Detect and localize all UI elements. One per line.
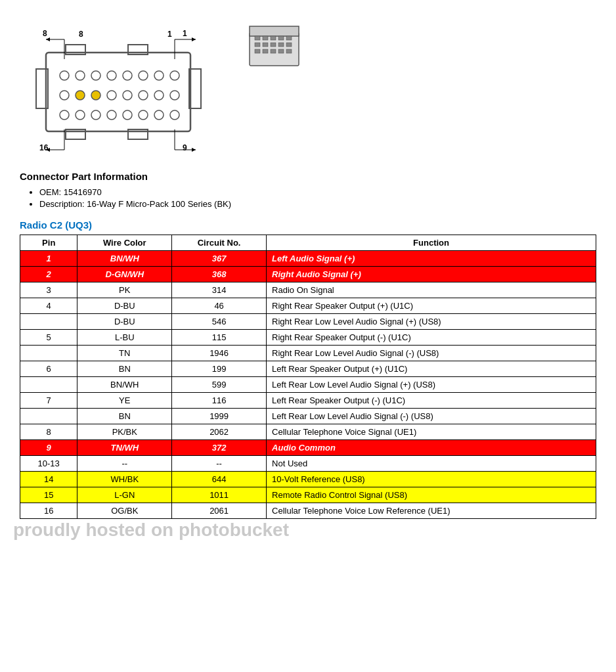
cell-circuit-no: 46	[172, 298, 267, 314]
svg-rect-55	[255, 49, 260, 53]
cell-circuit-no: 644	[172, 472, 267, 487]
cell-function: Cellular Telephone Voice Low Reference (…	[267, 503, 596, 519]
svg-rect-52	[271, 43, 276, 47]
cell-function: Right Rear Speaker Output (-) (U1C)	[267, 330, 596, 346]
cell-wire-color: --	[77, 456, 172, 472]
cell-function: Left Audio Signal (+)	[267, 251, 596, 267]
cell-wire-color: BN/WH	[77, 377, 172, 393]
cell-wire-color: D-GN/WH	[77, 267, 172, 282]
cell-wire-color: TN	[77, 346, 172, 361]
svg-marker-42	[192, 148, 196, 152]
svg-point-24	[76, 110, 85, 120]
svg-rect-54	[286, 43, 292, 47]
cell-wire-color: YE	[77, 393, 172, 409]
cell-pin: 15	[20, 487, 77, 503]
cell-pin: 8	[20, 424, 77, 440]
table-row: 14WH/BK64410-Volt Reference (US8)	[20, 472, 596, 487]
table-row: 10-13----Not Used	[20, 456, 596, 472]
table-row: 9TN/WH372Audio Common	[20, 440, 596, 456]
cell-pin	[20, 377, 77, 393]
cell-pin: 4	[20, 298, 77, 314]
cell-function: Left Rear Speaker Output (+) (U1C)	[267, 361, 596, 377]
cell-circuit-no: 199	[172, 361, 267, 377]
connector-info-title: Connector Part Information	[20, 171, 596, 182]
cell-circuit-no: 116	[172, 393, 267, 409]
cell-function: Right Audio Signal (+)	[267, 267, 596, 282]
table-row: BN1999Left Rear Low Level Audio Signal (…	[20, 409, 596, 424]
cell-pin: 2	[20, 267, 77, 282]
cell-function: 10-Volt Reference (US8)	[267, 472, 596, 487]
wiring-table: Pin Wire Color Circuit No. Function 1BN/…	[20, 235, 596, 519]
cell-function: Audio Common	[267, 440, 596, 456]
cell-wire-color: BN	[77, 409, 172, 424]
cell-wire-color: BN	[77, 361, 172, 377]
svg-point-19	[123, 91, 132, 100]
svg-point-23	[60, 110, 69, 120]
cell-circuit-no: 1999	[172, 409, 267, 424]
table-row: BN/WH599Left Rear Low Level Audio Signal…	[20, 377, 596, 393]
cell-wire-color: PK/BK	[77, 424, 172, 440]
connector-diagram: 8 1	[20, 26, 223, 158]
table-row: 5L-BU115Right Rear Speaker Output (-) (U…	[20, 330, 596, 346]
header-function: Function	[267, 235, 596, 251]
svg-point-16	[76, 91, 85, 100]
svg-marker-36	[192, 37, 196, 41]
svg-point-9	[91, 71, 100, 80]
table-row: TN1946Right Rear Low Level Audio Signal …	[20, 346, 596, 361]
watermark: proudly hosted on photobucket	[13, 520, 289, 541]
cell-pin: 3	[20, 282, 77, 298]
cell-circuit-no: 1946	[172, 346, 267, 361]
header-circuit-no: Circuit No.	[172, 235, 267, 251]
cell-function: Right Rear Low Level Audio Signal (+) (U…	[267, 314, 596, 330]
table-row: 3PK314Radio On Signal	[20, 282, 596, 298]
table-row: 15L-GN1011Remote Radio Control Signal (U…	[20, 487, 596, 503]
cell-wire-color: OG/BK	[77, 503, 172, 519]
cell-pin	[20, 346, 77, 361]
svg-point-26	[107, 110, 116, 120]
cell-function: Left Rear Low Level Audio Signal (-) (US…	[267, 409, 596, 424]
cell-wire-color: BN/WH	[77, 251, 172, 267]
cell-wire-color: WH/BK	[77, 472, 172, 487]
svg-rect-47	[271, 36, 276, 40]
cell-pin	[20, 409, 77, 424]
svg-point-14	[170, 71, 179, 80]
cell-pin: 16	[20, 503, 77, 519]
cell-pin	[20, 314, 77, 330]
cell-pin: 10-13	[20, 456, 77, 472]
svg-point-17	[91, 91, 100, 100]
diagram-label-1: 1	[183, 29, 187, 38]
description-item: Description: 16-Way F Micro-Pack 100 Ser…	[39, 199, 596, 209]
connector-info: Connector Part Information OEM: 15416970…	[20, 171, 596, 209]
cell-function: Left Rear Low Level Audio Signal (+) (US…	[267, 377, 596, 393]
cell-circuit-no: --	[172, 456, 267, 472]
svg-rect-48	[278, 36, 284, 40]
cell-wire-color: D-BU	[77, 298, 172, 314]
svg-point-21	[154, 91, 164, 100]
cell-circuit-no: 367	[172, 251, 267, 267]
cell-function: Right Rear Low Level Audio Signal (-) (U…	[267, 346, 596, 361]
svg-rect-53	[278, 43, 284, 47]
connector-info-list: OEM: 15416970 Description: 16-Way F Micr…	[39, 187, 596, 209]
svg-point-10	[107, 71, 116, 80]
cell-pin: 7	[20, 393, 77, 409]
table-title: Radio C2 (UQ3)	[20, 219, 596, 231]
svg-point-22	[170, 91, 179, 100]
svg-point-8	[76, 71, 85, 80]
cell-circuit-no: 2062	[172, 424, 267, 440]
svg-rect-44	[250, 26, 299, 36]
cell-circuit-no: 2061	[172, 503, 267, 519]
connector-svg	[33, 33, 223, 161]
svg-rect-45	[255, 36, 260, 40]
svg-point-12	[139, 71, 148, 80]
cell-function: Remote Radio Control Signal (US8)	[267, 487, 596, 503]
cell-circuit-no: 372	[172, 440, 267, 456]
diagram-label-9: 9	[183, 143, 187, 152]
table-row: 2D-GN/WH368Right Audio Signal (+)	[20, 267, 596, 282]
svg-point-25	[91, 110, 100, 120]
svg-rect-57	[271, 49, 276, 53]
svg-point-15	[60, 91, 69, 100]
table-row: 6BN199Left Rear Speaker Output (+) (U1C)	[20, 361, 596, 377]
table-row: 1BN/WH367Left Audio Signal (+)	[20, 251, 596, 267]
cell-wire-color: PK	[77, 282, 172, 298]
svg-rect-56	[263, 49, 268, 53]
